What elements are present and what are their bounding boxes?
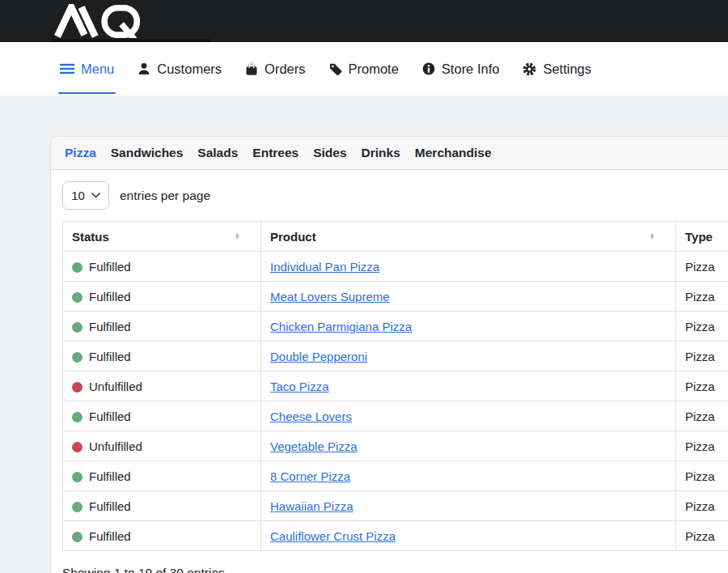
table-summary: Showing 1 to 10 of 30 entries <box>62 566 728 573</box>
column-header-status[interactable]: Status ▲▼ <box>63 222 261 252</box>
product-cell: Vegetable Pizza <box>261 431 676 461</box>
status-dot <box>72 502 83 512</box>
tab-drinks[interactable]: Drinks <box>362 146 400 160</box>
nav-label: Orders <box>265 62 305 77</box>
chevron-down-icon <box>91 193 100 198</box>
status-cell: Fulfilled <box>63 401 261 431</box>
type-cell: Pizza <box>676 431 728 461</box>
status-cell: Fulfilled <box>63 252 261 282</box>
column-header-product[interactable]: Product ▲▼ <box>261 222 676 252</box>
status-label: Fulfilled <box>89 499 131 513</box>
status-label: Fulfilled <box>89 290 131 303</box>
nav-item-store-info[interactable]: Store Info <box>422 42 500 96</box>
tab-entrees[interactable]: Entrees <box>252 146 298 160</box>
status-dot <box>72 382 83 393</box>
gear-icon <box>523 62 536 76</box>
type-cell: Pizza <box>676 282 728 312</box>
tab-merchandise[interactable]: Merchandise <box>415 146 492 160</box>
menu-card: Pizza Sandwiches Salads Entrees Sides Dr… <box>50 136 728 573</box>
status-dot <box>72 352 83 363</box>
product-link[interactable]: Taco Pizza <box>270 380 329 393</box>
product-cell: Individual Pan Pizza <box>261 252 676 282</box>
status-cell: Fulfilled <box>63 521 261 551</box>
type-cell: Pizza <box>676 401 728 431</box>
product-cell: Chicken Parmigiana Pizza <box>261 312 676 342</box>
table-row: Fulfilled 8 Corner Pizza Pizza <box>63 461 728 491</box>
person-icon <box>138 62 150 75</box>
product-link[interactable]: Cheese Lovers <box>270 410 352 423</box>
status-cell: Unfulfilled <box>63 371 261 401</box>
table-body: Fulfilled Individual Pan Pizza Pizza Ful… <box>63 252 728 551</box>
nav-item-orders[interactable]: Orders <box>245 42 305 96</box>
products-table: Status ▲▼ Product ▲▼ Type <box>62 221 728 551</box>
table-row: Unfulfilled Taco Pizza Pizza <box>63 371 728 401</box>
status-cell: Fulfilled <box>63 461 261 491</box>
nav-item-customers[interactable]: Customers <box>138 42 222 96</box>
sort-icon[interactable]: ▲▼ <box>650 233 667 240</box>
column-header-type[interactable]: Type <box>676 222 728 252</box>
product-cell: Double Pepperoni <box>261 342 676 371</box>
tab-salads[interactable]: Salads <box>197 146 238 160</box>
status-label: Unfulfilled <box>89 439 142 453</box>
product-link[interactable]: Double Pepperoni <box>270 350 367 363</box>
product-link[interactable]: Hawaiian Pizza <box>270 499 353 513</box>
category-tabs: Pizza Sandwiches Salads Entrees Sides Dr… <box>51 137 728 170</box>
status-label: Fulfilled <box>89 260 131 274</box>
nav-label: Promote <box>349 62 399 77</box>
status-cell: Unfulfilled <box>63 431 261 461</box>
nav-label: Customers <box>157 62 222 77</box>
tab-sandwiches[interactable]: Sandwiches <box>111 146 184 160</box>
status-label: Fulfilled <box>89 529 131 543</box>
nav-label: Settings <box>543 62 591 77</box>
product-cell: 8 Corner Pizza <box>261 461 676 491</box>
page-size-select[interactable]: 10 <box>62 181 109 210</box>
table-row: Fulfilled Hawaiian Pizza Pizza <box>63 491 728 521</box>
nav-item-promote[interactable]: Promote <box>329 42 399 96</box>
status-dot <box>72 322 83 333</box>
product-cell: Cheese Lovers <box>261 401 676 431</box>
product-link[interactable]: Vegetable Pizza <box>270 439 358 453</box>
status-dot <box>72 472 83 482</box>
product-link[interactable]: 8 Corner Pizza <box>270 469 350 483</box>
status-cell: Fulfilled <box>63 312 261 342</box>
status-label: Fulfilled <box>89 469 131 483</box>
status-label: Fulfilled <box>89 320 131 333</box>
status-label: Unfulfilled <box>89 380 142 393</box>
product-link[interactable]: Meat Lovers Supreme <box>270 290 390 303</box>
table-row: Fulfilled Double Pepperoni Pizza <box>63 342 728 371</box>
type-cell: Pizza <box>676 521 728 551</box>
table-row: Fulfilled Cauliflower Crust Pizza Pizza <box>63 521 728 551</box>
nav-item-settings[interactable]: Settings <box>523 42 591 96</box>
info-icon <box>422 62 435 75</box>
product-cell: Meat Lovers Supreme <box>261 282 676 312</box>
type-cell: Pizza <box>676 342 728 371</box>
product-cell: Cauliflower Crust Pizza <box>261 521 676 551</box>
bag-icon <box>245 62 258 76</box>
app-logo <box>53 4 145 38</box>
status-cell: Fulfilled <box>63 282 261 312</box>
type-cell: Pizza <box>676 312 728 342</box>
product-link[interactable]: Chicken Parmigiana Pizza <box>270 320 412 333</box>
product-link[interactable]: Cauliflower Crust Pizza <box>270 529 396 543</box>
sort-icon[interactable]: ▲▼ <box>235 233 252 240</box>
product-link[interactable]: Individual Pan Pizza <box>270 260 379 274</box>
product-cell: Hawaiian Pizza <box>261 491 676 521</box>
tab-pizza[interactable]: Pizza <box>65 146 96 160</box>
nav-label: Menu <box>81 62 114 77</box>
tab-sides[interactable]: Sides <box>313 146 346 160</box>
type-cell: Pizza <box>676 491 728 521</box>
type-cell: Pizza <box>676 461 728 491</box>
status-dot <box>72 292 83 303</box>
main-nav: Menu Customers Orders Promote Store Info… <box>0 42 728 96</box>
tag-icon <box>329 62 342 75</box>
nav-label: Store Info <box>442 62 500 77</box>
status-cell: Fulfilled <box>63 342 261 371</box>
page-size-value: 10 <box>71 189 85 202</box>
app-header <box>0 0 728 42</box>
nav-item-menu[interactable]: Menu <box>60 42 114 96</box>
type-cell: Pizza <box>676 252 728 282</box>
status-cell: Fulfilled <box>63 491 261 521</box>
page-size-label: entries per page <box>120 189 210 203</box>
table-row: Fulfilled Cheese Lovers Pizza <box>63 401 728 431</box>
status-label: Fulfilled <box>89 350 131 363</box>
